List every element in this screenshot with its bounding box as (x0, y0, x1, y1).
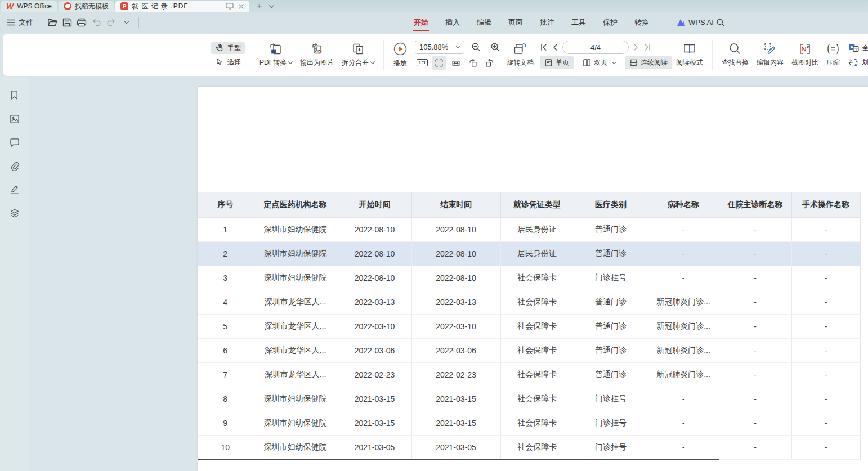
wps-ai-label: WPS AI (688, 18, 714, 26)
wps-ai-button[interactable]: WPS AI (677, 18, 714, 26)
table-header-cell: 开始时间 (338, 192, 411, 217)
table-cell: - (791, 241, 860, 266)
wps-ai-logo-icon (677, 19, 686, 26)
rotate-right-button[interactable] (482, 56, 497, 70)
edit-content-label: 编辑内容 (757, 58, 784, 68)
menu-item-转换[interactable]: 转换 (634, 15, 650, 30)
undo-button[interactable] (89, 15, 104, 30)
first-page-button[interactable] (540, 43, 548, 51)
close-tab-icon[interactable] (238, 3, 244, 10)
folder-open-icon (47, 18, 58, 27)
find-replace-button[interactable]: 查找替换 (718, 40, 753, 70)
last-page-button[interactable] (643, 43, 651, 51)
table-row: 1深圳市妇幼保健院2022-08-102022-08-10居民身份证普通门诊--… (198, 217, 860, 241)
actual-size-button[interactable]: 1:1 (415, 56, 429, 70)
signature-panel-button[interactable] (7, 183, 23, 196)
layers-panel-button[interactable] (7, 207, 23, 220)
save-button[interactable] (60, 15, 74, 30)
table-cell: 2021-03-05 (411, 435, 500, 459)
table-cell: - (648, 435, 719, 459)
menu-item-页面[interactable]: 页面 (508, 15, 524, 30)
redo-button[interactable] (104, 15, 118, 30)
pdf-canvas[interactable]: 序号定点医药机构名称开始时间结束时间就诊凭证类型医疗类别病种名称住院主诊断名称手… (29, 77, 868, 471)
fit-page-button[interactable] (432, 56, 446, 70)
search-menu-button[interactable] (716, 18, 725, 27)
hand-tool-button[interactable]: 手型 (211, 42, 245, 54)
thumbnails-panel-button[interactable] (7, 112, 23, 125)
full-translate-button[interactable]: A 字 全文翻译 (846, 43, 868, 53)
single-page-button[interactable]: 单页 (540, 56, 574, 69)
table-bottom-border (198, 459, 719, 460)
full-translate-label: 全文翻译 (862, 43, 868, 53)
continuous-read-button[interactable]: 连续阅读 (625, 56, 672, 69)
table-cell: 深圳市妇幼保健院 (253, 266, 338, 290)
table-header-cell: 医疗类别 (574, 192, 648, 217)
chevron-down-icon (456, 44, 460, 48)
table-cell: 2022-03-13 (411, 290, 500, 314)
compress-button[interactable]: 压缩 (822, 40, 844, 70)
screenshot-compare-button[interactable]: 截图对比 (788, 40, 822, 70)
play-label: 播放 (393, 59, 407, 68)
next-page-button[interactable] (633, 43, 639, 51)
more-history-button[interactable] (118, 15, 133, 30)
table-cell: 2022-03-10 (411, 314, 500, 338)
table-cell: 居民身份证 (500, 241, 574, 266)
chevron-down-icon (612, 60, 616, 64)
rotate-left-button[interactable] (466, 56, 480, 70)
tab-list-chevron-icon[interactable] (269, 3, 274, 7)
menu-item-批注[interactable]: 批注 (539, 15, 555, 30)
fit-width-button[interactable] (449, 56, 463, 70)
menu-item-保护[interactable]: 保护 (602, 15, 618, 30)
paperclip-icon (10, 161, 20, 171)
svg-text:W: W (272, 50, 276, 53)
menu-item-编辑[interactable]: 编辑 (476, 15, 492, 30)
read-mode-button[interactable]: 阅读模式 (672, 40, 707, 70)
tab-wps-office[interactable]: W WPS Office (1, 1, 57, 12)
print-button[interactable] (74, 15, 89, 30)
hand-icon (215, 43, 224, 52)
select-tool-button[interactable]: 选择 (211, 56, 245, 68)
find-replace-label: 查找替换 (722, 58, 749, 68)
tab-docer-templates[interactable]: 找稻壳模板 (59, 1, 114, 12)
word-translate-button[interactable]: 文 A 划词翻译 (846, 57, 868, 68)
zoom-level-select[interactable]: 105.88% (415, 41, 464, 54)
new-tab-button[interactable]: + (257, 2, 262, 10)
zoom-in-button[interactable] (488, 41, 503, 54)
file-menu-button[interactable]: 文件 (7, 17, 33, 28)
table-cell: 2022-08-10 (338, 217, 411, 241)
open-in-window-icon[interactable] (226, 3, 234, 10)
rotate-left-icon (468, 58, 478, 68)
screenshot-compare-icon (798, 42, 812, 56)
hand-tool-label: 手型 (227, 43, 241, 53)
attachments-panel-button[interactable] (7, 159, 23, 173)
split-merge-button[interactable]: 拆分合并 (338, 40, 378, 70)
edit-content-button[interactable]: 编辑内容 (753, 40, 788, 70)
page-number-input[interactable]: 4/4 (562, 41, 629, 54)
select-tool-label: 选择 (227, 57, 241, 67)
menu-item-工具[interactable]: 工具 (571, 15, 587, 30)
rotate-document-button[interactable]: 旋转文档 (503, 40, 538, 70)
page-indicator: 4/4 (590, 43, 601, 52)
table-row: 6深圳市龙华区人...2022-03-062022-03-06社会保障卡普通门诊… (198, 338, 860, 362)
double-page-button[interactable]: 双页 (578, 56, 620, 69)
read-mode-icon (682, 42, 697, 56)
table-cell: 门诊挂号 (574, 387, 648, 411)
table-cell: 6 (198, 338, 253, 362)
bookmarks-panel-button[interactable] (7, 88, 23, 102)
export-image-button[interactable]: 输出为图片 (296, 40, 338, 70)
open-file-button[interactable] (45, 15, 60, 30)
menu-item-插入[interactable]: 插入 (445, 15, 460, 30)
word-translate-icon: 文 A (848, 57, 858, 67)
tab-document-pdf[interactable]: P 就 医 记 录 .PDF (115, 1, 249, 12)
comments-panel-button[interactable] (7, 136, 23, 149)
table-cell: - (719, 435, 791, 459)
table-header-cell: 就诊凭证类型 (500, 192, 574, 217)
play-button[interactable]: 播放 (389, 39, 411, 70)
zoom-out-button[interactable] (469, 41, 484, 54)
document-area: 序号定点医药机构名称开始时间结束时间就诊凭证类型医疗类别病种名称住院主诊断名称手… (0, 77, 868, 471)
menu-item-开始[interactable]: 开始 (413, 15, 429, 30)
previous-page-button[interactable] (552, 43, 558, 51)
table-cell: 新冠肺炎门诊... (648, 290, 719, 314)
pdf-convert-button[interactable]: W PDF转换 (256, 40, 296, 70)
table-cell: 新冠肺炎门诊... (648, 314, 719, 338)
